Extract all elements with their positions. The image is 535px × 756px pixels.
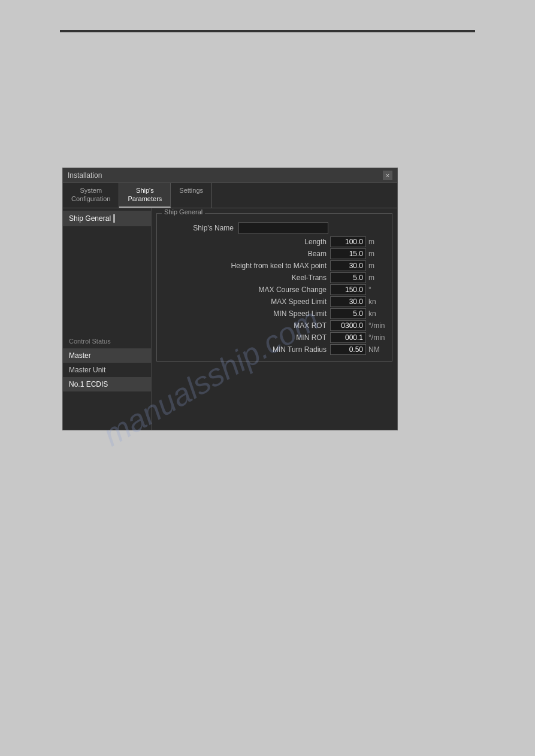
dialog-body: Ship General Control Status Master Maste… xyxy=(63,208,397,430)
param-row: Keel-Trans m xyxy=(162,272,387,283)
param-row: MIN Speed Limit kn xyxy=(162,308,387,319)
param-value-5[interactable] xyxy=(330,296,366,307)
param-value-0[interactable] xyxy=(330,236,366,247)
param-label: MIN Speed Limit xyxy=(162,309,330,318)
param-row: Length m xyxy=(162,236,387,247)
sidebar-no1-ecdis-label: No.1 ECDIS xyxy=(69,380,108,388)
param-row: MAX Speed Limit kn xyxy=(162,296,387,307)
param-row: MIN ROT °/min xyxy=(162,332,387,343)
param-value-8[interactable] xyxy=(330,332,366,343)
param-label: MAX ROT xyxy=(162,321,330,330)
param-unit-3: m xyxy=(366,274,387,282)
param-row: MAX Course Change ° xyxy=(162,284,387,295)
sidebar-status-label: Master xyxy=(69,351,91,360)
param-value-2[interactable] xyxy=(330,260,366,271)
close-button[interactable]: × xyxy=(383,171,392,180)
main-content: Ship General Ship's Name Length m Beam m… xyxy=(152,208,397,430)
dialog-title: Installation xyxy=(68,171,102,180)
params-container: Length m Beam m Height from keel to MAX … xyxy=(162,236,387,355)
param-value-4[interactable] xyxy=(330,284,366,295)
param-unit-6: kn xyxy=(366,309,387,318)
param-unit-0: m xyxy=(366,238,387,246)
sidebar-item-master[interactable]: Master xyxy=(63,348,151,363)
sidebar-item-master-unit-label: Master Unit xyxy=(63,363,151,377)
tab-settings[interactable]: Settings xyxy=(171,183,212,208)
tabs-row: SystemConfiguration Ship'sParameters Set… xyxy=(63,183,397,208)
param-unit-9: NM xyxy=(366,345,387,354)
param-label: Beam xyxy=(162,250,330,258)
sidebar-item-ship-general[interactable]: Ship General xyxy=(63,211,151,226)
dialog-titlebar: Installation × xyxy=(63,168,397,183)
group-title: Ship General xyxy=(162,208,205,215)
param-row: MAX ROT °/min xyxy=(162,320,387,331)
tab-ships-parameters[interactable]: Ship'sParameters xyxy=(119,183,171,208)
param-value-3[interactable] xyxy=(330,272,366,283)
param-row: Beam m xyxy=(162,248,387,259)
sidebar: Ship General Control Status Master Maste… xyxy=(63,208,152,430)
ship-name-input[interactable] xyxy=(238,222,328,234)
param-unit-2: m xyxy=(366,262,387,270)
ship-name-row: Ship's Name xyxy=(162,222,387,234)
param-label: MIN Turn Radius xyxy=(162,345,330,354)
param-label: Height from keel to MAX point xyxy=(162,262,330,270)
ship-name-label: Ship's Name xyxy=(162,224,234,232)
param-unit-1: m xyxy=(366,250,387,258)
ship-general-group: Ship General Ship's Name Length m Beam m… xyxy=(156,213,392,362)
tab-system-configuration[interactable]: SystemConfiguration xyxy=(63,183,119,208)
param-unit-4: ° xyxy=(366,286,387,294)
sidebar-master-unit-label: Master Unit xyxy=(69,366,105,374)
param-label: MAX Speed Limit xyxy=(162,297,330,306)
param-value-6[interactable] xyxy=(330,308,366,319)
param-unit-5: kn xyxy=(366,297,387,306)
param-label: Length xyxy=(162,238,330,246)
param-value-7[interactable] xyxy=(330,320,366,331)
param-value-1[interactable] xyxy=(330,248,366,259)
sidebar-item-no1-ecdis[interactable]: No.1 ECDIS xyxy=(63,377,151,391)
sidebar-item-label: Ship General xyxy=(69,214,111,223)
param-label: MIN ROT xyxy=(162,333,330,342)
param-row: Height from keel to MAX point m xyxy=(162,260,387,271)
selection-indicator xyxy=(113,214,115,223)
param-row: MIN Turn Radius NM xyxy=(162,344,387,355)
param-value-9[interactable] xyxy=(330,344,366,355)
control-status-label: Control Status xyxy=(63,334,151,348)
installation-dialog: Installation × SystemConfiguration Ship'… xyxy=(62,168,398,430)
top-divider xyxy=(60,30,475,32)
param-label: MAX Course Change xyxy=(162,286,330,294)
param-unit-8: °/min xyxy=(366,333,387,342)
param-label: Keel-Trans xyxy=(162,274,330,282)
param-unit-7: °/min xyxy=(366,321,387,330)
